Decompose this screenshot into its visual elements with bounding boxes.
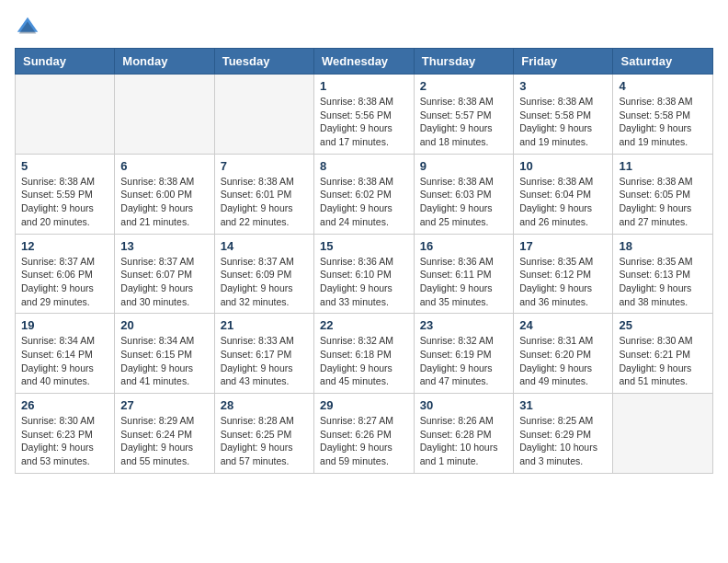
day-number: 23 bbox=[420, 318, 508, 332]
day-number: 12 bbox=[21, 239, 108, 253]
day-number: 5 bbox=[21, 159, 108, 173]
day-info: Sunrise: 8:38 AM Sunset: 6:03 PM Dayligh… bbox=[420, 175, 508, 229]
day-number: 31 bbox=[519, 398, 607, 412]
day-info: Sunrise: 8:30 AM Sunset: 6:21 PM Dayligh… bbox=[619, 334, 707, 388]
day-number: 1 bbox=[320, 79, 408, 93]
day-info: Sunrise: 8:38 AM Sunset: 5:57 PM Dayligh… bbox=[420, 95, 508, 149]
calendar-cell: 26Sunrise: 8:30 AM Sunset: 6:23 PM Dayli… bbox=[16, 394, 115, 474]
calendar-cell: 17Sunrise: 8:35 AM Sunset: 6:12 PM Dayli… bbox=[514, 234, 613, 314]
weekday-header-monday: Monday bbox=[115, 49, 214, 75]
weekday-header-row: SundayMondayTuesdayWednesdayThursdayFrid… bbox=[16, 49, 713, 75]
week-row-4: 26Sunrise: 8:30 AM Sunset: 6:23 PM Dayli… bbox=[16, 394, 713, 474]
week-row-3: 19Sunrise: 8:34 AM Sunset: 6:14 PM Dayli… bbox=[16, 314, 713, 394]
calendar-cell: 19Sunrise: 8:34 AM Sunset: 6:14 PM Dayli… bbox=[16, 314, 115, 394]
day-number: 30 bbox=[420, 398, 508, 412]
day-number: 22 bbox=[320, 318, 408, 332]
calendar-cell: 8Sunrise: 8:38 AM Sunset: 6:02 PM Daylig… bbox=[314, 154, 415, 234]
weekday-header-tuesday: Tuesday bbox=[214, 49, 313, 75]
weekday-header-friday: Friday bbox=[514, 49, 613, 75]
calendar-cell: 3Sunrise: 8:38 AM Sunset: 5:58 PM Daylig… bbox=[514, 75, 613, 155]
day-info: Sunrise: 8:32 AM Sunset: 6:19 PM Dayligh… bbox=[420, 334, 508, 388]
day-number: 20 bbox=[120, 318, 208, 332]
day-number: 8 bbox=[320, 159, 408, 173]
day-number: 18 bbox=[619, 239, 707, 253]
day-info: Sunrise: 8:27 AM Sunset: 6:26 PM Dayligh… bbox=[320, 414, 408, 468]
day-info: Sunrise: 8:35 AM Sunset: 6:13 PM Dayligh… bbox=[619, 255, 707, 309]
week-row-2: 12Sunrise: 8:37 AM Sunset: 6:06 PM Dayli… bbox=[16, 234, 713, 314]
day-number: 17 bbox=[519, 239, 607, 253]
calendar-cell: 5Sunrise: 8:38 AM Sunset: 5:59 PM Daylig… bbox=[16, 154, 115, 234]
day-info: Sunrise: 8:30 AM Sunset: 6:23 PM Dayligh… bbox=[21, 414, 108, 468]
calendar-cell: 29Sunrise: 8:27 AM Sunset: 6:26 PM Dayli… bbox=[314, 394, 415, 474]
day-number: 19 bbox=[21, 318, 108, 332]
day-number: 28 bbox=[221, 398, 308, 412]
calendar-cell: 6Sunrise: 8:38 AM Sunset: 6:00 PM Daylig… bbox=[115, 154, 214, 234]
day-info: Sunrise: 8:37 AM Sunset: 6:06 PM Dayligh… bbox=[21, 255, 108, 309]
day-number: 11 bbox=[619, 159, 707, 173]
day-info: Sunrise: 8:34 AM Sunset: 6:14 PM Dayligh… bbox=[21, 334, 108, 388]
day-number: 16 bbox=[420, 239, 508, 253]
calendar-cell: 13Sunrise: 8:37 AM Sunset: 6:07 PM Dayli… bbox=[115, 234, 214, 314]
day-number: 3 bbox=[519, 79, 607, 93]
day-info: Sunrise: 8:38 AM Sunset: 6:01 PM Dayligh… bbox=[221, 175, 308, 229]
calendar-cell: 14Sunrise: 8:37 AM Sunset: 6:09 PM Dayli… bbox=[214, 234, 313, 314]
day-info: Sunrise: 8:25 AM Sunset: 6:29 PM Dayligh… bbox=[519, 414, 607, 468]
day-number: 4 bbox=[619, 79, 707, 93]
week-row-1: 5Sunrise: 8:38 AM Sunset: 5:59 PM Daylig… bbox=[16, 154, 713, 234]
weekday-header-sunday: Sunday bbox=[16, 49, 115, 75]
calendar-cell bbox=[16, 75, 115, 155]
calendar-cell bbox=[613, 394, 713, 474]
day-info: Sunrise: 8:34 AM Sunset: 6:15 PM Dayligh… bbox=[120, 334, 208, 388]
calendar-cell: 25Sunrise: 8:30 AM Sunset: 6:21 PM Dayli… bbox=[613, 314, 713, 394]
day-info: Sunrise: 8:38 AM Sunset: 6:02 PM Dayligh… bbox=[320, 175, 408, 229]
day-info: Sunrise: 8:28 AM Sunset: 6:25 PM Dayligh… bbox=[221, 414, 308, 468]
day-info: Sunrise: 8:31 AM Sunset: 6:20 PM Dayligh… bbox=[519, 334, 607, 388]
calendar-cell: 18Sunrise: 8:35 AM Sunset: 6:13 PM Dayli… bbox=[613, 234, 713, 314]
calendar-table: SundayMondayTuesdayWednesdayThursdayFrid… bbox=[15, 48, 713, 474]
weekday-header-thursday: Thursday bbox=[414, 49, 514, 75]
day-info: Sunrise: 8:37 AM Sunset: 6:07 PM Dayligh… bbox=[120, 255, 208, 309]
logo-icon bbox=[15, 15, 40, 40]
day-number: 6 bbox=[120, 159, 208, 173]
day-number: 9 bbox=[420, 159, 508, 173]
calendar-cell: 2Sunrise: 8:38 AM Sunset: 5:57 PM Daylig… bbox=[414, 75, 514, 155]
calendar-cell: 30Sunrise: 8:26 AM Sunset: 6:28 PM Dayli… bbox=[414, 394, 514, 474]
day-number: 14 bbox=[221, 239, 308, 253]
day-number: 24 bbox=[519, 318, 607, 332]
logo bbox=[15, 15, 44, 40]
day-info: Sunrise: 8:35 AM Sunset: 6:12 PM Dayligh… bbox=[519, 255, 607, 309]
calendar-cell: 12Sunrise: 8:37 AM Sunset: 6:06 PM Dayli… bbox=[16, 234, 115, 314]
calendar-cell: 11Sunrise: 8:38 AM Sunset: 6:05 PM Dayli… bbox=[613, 154, 713, 234]
day-number: 25 bbox=[619, 318, 707, 332]
calendar-cell bbox=[214, 75, 313, 155]
day-number: 29 bbox=[320, 398, 408, 412]
day-info: Sunrise: 8:26 AM Sunset: 6:28 PM Dayligh… bbox=[420, 414, 508, 468]
day-info: Sunrise: 8:33 AM Sunset: 6:17 PM Dayligh… bbox=[221, 334, 308, 388]
calendar-cell: 15Sunrise: 8:36 AM Sunset: 6:10 PM Dayli… bbox=[314, 234, 415, 314]
calendar-cell: 7Sunrise: 8:38 AM Sunset: 6:01 PM Daylig… bbox=[214, 154, 313, 234]
day-info: Sunrise: 8:38 AM Sunset: 5:59 PM Dayligh… bbox=[21, 175, 108, 229]
calendar-cell: 1Sunrise: 8:38 AM Sunset: 5:56 PM Daylig… bbox=[314, 75, 415, 155]
day-number: 13 bbox=[120, 239, 208, 253]
day-number: 2 bbox=[420, 79, 508, 93]
day-info: Sunrise: 8:37 AM Sunset: 6:09 PM Dayligh… bbox=[221, 255, 308, 309]
calendar-cell: 10Sunrise: 8:38 AM Sunset: 6:04 PM Dayli… bbox=[514, 154, 613, 234]
day-info: Sunrise: 8:29 AM Sunset: 6:24 PM Dayligh… bbox=[120, 414, 208, 468]
calendar-cell: 24Sunrise: 8:31 AM Sunset: 6:20 PM Dayli… bbox=[514, 314, 613, 394]
calendar-cell: 20Sunrise: 8:34 AM Sunset: 6:15 PM Dayli… bbox=[115, 314, 214, 394]
calendar-cell: 22Sunrise: 8:32 AM Sunset: 6:18 PM Dayli… bbox=[314, 314, 415, 394]
day-info: Sunrise: 8:38 AM Sunset: 6:05 PM Dayligh… bbox=[619, 175, 707, 229]
day-number: 7 bbox=[221, 159, 308, 173]
day-info: Sunrise: 8:38 AM Sunset: 5:58 PM Dayligh… bbox=[519, 95, 607, 149]
day-info: Sunrise: 8:32 AM Sunset: 6:18 PM Dayligh… bbox=[320, 334, 408, 388]
calendar-cell: 4Sunrise: 8:38 AM Sunset: 5:58 PM Daylig… bbox=[613, 75, 713, 155]
page-header bbox=[15, 15, 713, 40]
calendar-cell: 31Sunrise: 8:25 AM Sunset: 6:29 PM Dayli… bbox=[514, 394, 613, 474]
calendar-cell: 21Sunrise: 8:33 AM Sunset: 6:17 PM Dayli… bbox=[214, 314, 313, 394]
calendar-cell: 28Sunrise: 8:28 AM Sunset: 6:25 PM Dayli… bbox=[214, 394, 313, 474]
calendar-cell: 9Sunrise: 8:38 AM Sunset: 6:03 PM Daylig… bbox=[414, 154, 514, 234]
week-row-0: 1Sunrise: 8:38 AM Sunset: 5:56 PM Daylig… bbox=[16, 75, 713, 155]
day-number: 21 bbox=[221, 318, 308, 332]
weekday-header-wednesday: Wednesday bbox=[314, 49, 415, 75]
weekday-header-saturday: Saturday bbox=[613, 49, 713, 75]
